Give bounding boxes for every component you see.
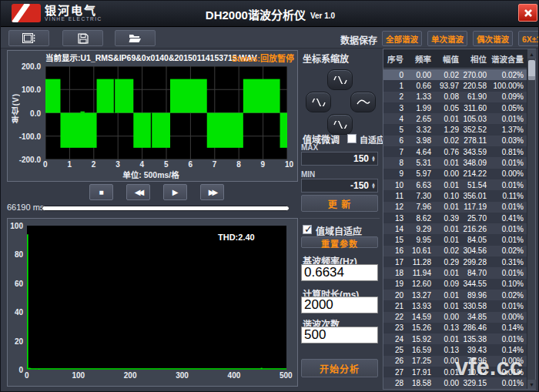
table-row[interactable]: 63.980.02278.110.03% — [383, 136, 527, 146]
app-window: 银河电气 VINHE ELECTRIC DH2000谐波分析仪 Ver 1.0 — [0, 0, 539, 392]
table-cell: 15.26 — [407, 323, 434, 332]
stop-button[interactable]: ■ — [89, 184, 113, 200]
filter-all-harmonics-button[interactable]: 全部谐波 — [382, 31, 422, 46]
table-row[interactable]: 2214.590.0034.850.00% — [383, 312, 527, 323]
table-row[interactable]: 00.000.02270.000.02% — [383, 69, 527, 80]
table-row[interactable]: 95.970.00214.220.00% — [383, 169, 527, 179]
table-cell: 0.01% — [490, 368, 527, 377]
current-file-label: 当前显示:U1_RMS&IP69&0x0140&20150114153715.W… — [45, 52, 257, 64]
table-row[interactable]: 1811.940.0184.700.01% — [383, 267, 527, 278]
duration-input[interactable] — [301, 297, 378, 313]
axis-tick-label: 8 — [236, 160, 241, 169]
fundamental-freq-input[interactable] — [301, 264, 378, 281]
table-cell: 20 — [383, 291, 407, 300]
table-row[interactable]: 149.290.01216.260.01% — [383, 223, 527, 234]
table-cell: 0.01 — [434, 368, 462, 377]
save-icon — [78, 33, 89, 44]
table-cell: 89.96 — [462, 291, 490, 300]
zoom-right-button[interactable] — [350, 92, 376, 112]
table-cell: 0.01 — [434, 159, 462, 167]
filter-6x1-harmonics-button[interactable]: 6X±1次 — [518, 31, 539, 46]
start-analysis-button[interactable]: 开始分析 — [301, 359, 378, 377]
play-icon: ▶ — [172, 188, 179, 196]
range-adaptive-checkbox[interactable] — [303, 225, 312, 234]
table-row[interactable]: 1610.610.02304.560.02% — [383, 246, 527, 256]
table-cell: 11 — [383, 192, 407, 200]
table-cell: 0.01 — [434, 269, 462, 277]
axis-tick-label: 100.0 — [22, 85, 41, 94]
fast-forward-button[interactable]: ▶▶ — [200, 184, 224, 200]
table-row[interactable]: 2013.270.0189.960.02% — [383, 290, 527, 300]
table-row[interactable]: 106.630.0151.540.01% — [383, 179, 527, 190]
axis-tick-label: 300 — [176, 371, 189, 380]
table-row[interactable]: 2516.590.1339.430.14% — [383, 344, 527, 355]
table-row[interactable]: 53.321.29352.521.37% — [383, 124, 527, 135]
table-row[interactable]: 10.6693.97220.58100.00% — [383, 80, 527, 91]
table-row[interactable]: 74.640.76343.590.81% — [383, 146, 527, 157]
spinner-arrows-icon[interactable]: ▲▼ — [371, 183, 377, 189]
table-row[interactable]: 1711.280.29299.280.31% — [383, 256, 527, 267]
table-cell: 1.99 — [407, 104, 434, 112]
spinner-arrows-icon[interactable]: ▲▼ — [371, 156, 377, 162]
version-label: Ver 1.0 — [310, 12, 335, 20]
zoom-up-button[interactable] — [327, 69, 353, 90]
table-cell: 214.22 — [462, 169, 490, 178]
save-button[interactable] — [62, 30, 103, 46]
table-row[interactable]: 2315.260.13286.460.14% — [383, 323, 527, 333]
table-cell: 220.58 — [462, 82, 490, 90]
filter-odd-harmonics-button[interactable]: 单次谐波 — [427, 31, 467, 46]
scroll-down-icon[interactable]: ▼ — [527, 380, 536, 389]
table-row[interactable]: 117.300.10356.010.11% — [383, 190, 527, 201]
scrollbar-thumb[interactable] — [528, 60, 535, 80]
table-row[interactable]: 42.650.01105.030.01% — [383, 113, 527, 124]
harmonic-order-input[interactable] — [301, 327, 378, 343]
table-cell: 22 — [383, 313, 407, 321]
table-cell: 0.02 — [434, 136, 462, 145]
table-row[interactable]: 159.950.0184.050.01% — [383, 234, 527, 245]
table-row[interactable]: 1912.600.09344.550.10% — [383, 279, 527, 290]
table-cell: 17.25 — [407, 357, 434, 365]
table-row[interactable]: 2617.250.0079.960.00% — [383, 356, 527, 367]
table-cell: 5.31 — [407, 159, 434, 167]
rewind-button[interactable]: ◀◀ — [126, 184, 150, 200]
table-cell: 18.58 — [407, 379, 434, 387]
max-spinner[interactable]: 150 ▲▼ — [301, 152, 378, 166]
adaptive-checkbox[interactable] — [347, 134, 357, 143]
close-button[interactable] — [518, 4, 537, 22]
table-row[interactable]: 21.330.0861.900.09% — [383, 92, 527, 102]
table-row[interactable]: 2113.930.01330.580.01% — [383, 300, 527, 311]
open-file-button[interactable] — [115, 30, 156, 46]
play-button[interactable]: ▶ — [163, 184, 187, 200]
reset-params-button[interactable]: 重置参数 — [301, 236, 378, 248]
table-row[interactable]: 138.620.3925.700.41% — [383, 213, 527, 223]
folder-open-icon — [129, 33, 142, 43]
table-cell: 0.05 — [434, 104, 462, 112]
filter-even-harmonics-button[interactable]: 偶次谐波 — [473, 31, 513, 46]
table-cell: 0.00 — [407, 71, 434, 79]
table-cell: 11.94 — [407, 269, 434, 277]
table-row[interactable]: 2415.920.01135.380.01% — [383, 333, 527, 344]
table-cell: 13 — [383, 214, 407, 223]
table-scrollbar[interactable]: ▲ ▼ — [527, 49, 535, 389]
table-row[interactable]: 2717.910.0110.420.01% — [383, 367, 527, 377]
harmonics-table: 序号 频率 幅值 相位 谐波含量 00.000.02270.000.02%10.… — [383, 49, 536, 390]
min-spinner[interactable]: -150 ▲▼ — [301, 179, 378, 193]
table-row[interactable]: 2818.580.00329.150.01% — [383, 377, 527, 388]
table-cell: 15.92 — [407, 335, 434, 343]
table-cell: 0.14% — [490, 346, 527, 354]
scroll-up-icon[interactable]: ▲ — [527, 49, 536, 59]
table-cell: 5.97 — [407, 169, 434, 178]
axis-tick-label: 2 — [92, 160, 96, 169]
zoom-down-button[interactable] — [327, 114, 353, 135]
display-view-button[interactable] — [8, 30, 49, 46]
table-row[interactable]: 127.960.01117.190.01% — [383, 202, 527, 213]
table-cell: 0.00% — [490, 313, 527, 321]
playback-slider[interactable] — [42, 206, 290, 211]
table-row[interactable]: 85.310.01348.090.01% — [383, 157, 527, 168]
axis-tick-label: 500 — [280, 371, 293, 380]
table-row[interactable]: 31.990.05311.600.05% — [383, 102, 527, 113]
table-cell: 344.55 — [462, 280, 490, 288]
coord-zoom-title: 坐标系缩放 — [303, 52, 349, 65]
update-button[interactable]: 更 新 — [301, 195, 378, 212]
zoom-left-button[interactable] — [306, 92, 331, 112]
